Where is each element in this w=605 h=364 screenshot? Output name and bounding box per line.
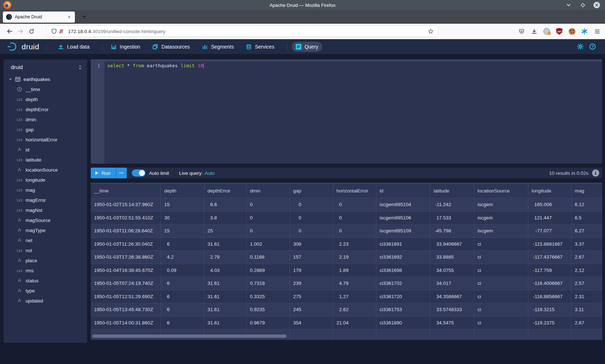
tab-close-icon[interactable]: ×: [66, 13, 73, 21]
results-cell[interactable]: 31.61: [204, 303, 247, 316]
results-cell[interactable]: 1950-01-03T02:51:55.410Z: [91, 211, 161, 224]
results-cell[interactable]: 34.3586667: [430, 290, 474, 303]
settings-gear-icon[interactable]: [577, 43, 584, 50]
url-bar[interactable]: 172.18.0.4:30109/unified-console.html#qu…: [47, 26, 438, 37]
results-cell[interactable]: 6.27: [572, 224, 602, 237]
browser-tab-apache-druid[interactable]: Apache Druid ×: [3, 12, 75, 23]
results-cell[interactable]: -117.759: [528, 264, 572, 277]
results-cell[interactable]: 0.09: [161, 264, 204, 277]
results-cell[interactable]: iscgem895109: [376, 224, 430, 237]
results-cell[interactable]: 2.67: [572, 317, 602, 329]
results-cell[interactable]: ci: [474, 290, 528, 303]
sidebar-column-magType[interactable]: AmagType: [4, 225, 87, 235]
results-cell[interactable]: 275: [290, 290, 333, 303]
results-cell[interactable]: 34.017: [430, 277, 474, 290]
results-cell[interactable]: -77.077: [528, 224, 572, 237]
results-cell[interactable]: -11.242: [430, 198, 474, 211]
auto-limit-toggle[interactable]: [132, 169, 145, 177]
results-cell[interactable]: -45.798: [430, 224, 474, 237]
results-cell[interactable]: 2.23: [333, 238, 376, 251]
results-cell[interactable]: 2.79: [204, 251, 247, 264]
pocket-icon[interactable]: [518, 28, 525, 35]
live-query[interactable]: Live query:Auto: [179, 170, 215, 176]
results-cell[interactable]: 1.002: [247, 238, 290, 251]
results-cell[interactable]: ci3361890: [376, 317, 430, 329]
nav-segments[interactable]: Segments: [198, 42, 238, 52]
results-cell[interactable]: 0.1168: [247, 251, 290, 264]
download-results-icon[interactable]: ↓: [592, 169, 599, 177]
results-cell[interactable]: 0: [290, 224, 333, 237]
results-cell[interactable]: 1.27: [333, 290, 376, 303]
sidebar-column-id[interactable]: Aid: [4, 145, 87, 155]
results-cell[interactable]: 4.03: [204, 264, 247, 277]
results-cell[interactable]: 0: [290, 211, 333, 224]
cookie-extension-icon[interactable]: [568, 28, 575, 35]
sidebar-column-net[interactable]: Anet: [4, 235, 87, 245]
sidebar-column-horizontalError[interactable]: 123horizontalError: [4, 135, 87, 145]
results-cell[interactable]: 354: [290, 317, 333, 329]
results-header-depth[interactable]: depth: [161, 184, 204, 198]
sql-code-line[interactable]: select * from earthquakes limit 10: [104, 62, 204, 164]
results-cell[interactable]: 1950-01-03T17:26:38.860Z: [91, 251, 161, 264]
results-cell[interactable]: 0.3325: [247, 290, 290, 303]
back-button[interactable]: [4, 26, 15, 37]
sidebar-column-magError[interactable]: 123magError: [4, 195, 87, 205]
results-cell[interactable]: 3.11: [572, 303, 602, 316]
results-cell[interactable]: 2.57: [572, 277, 602, 290]
results-cell[interactable]: -116.4006667: [528, 277, 572, 290]
results-cell[interactable]: 31.61: [204, 317, 247, 329]
horizontal-scrollbar-thumb[interactable]: [92, 335, 287, 338]
results-cell[interactable]: 21.04: [333, 317, 376, 329]
container-asterisk-icon[interactable]: [581, 28, 588, 35]
results-cell[interactable]: 165.006: [528, 198, 572, 211]
results-cell[interactable]: 17.533: [430, 211, 474, 224]
results-header-latitude[interactable]: latitude: [430, 184, 474, 198]
results-cell[interactable]: -117.4376667: [528, 251, 572, 264]
results-cell[interactable]: 15: [161, 224, 204, 237]
sort-icon[interactable]: [78, 65, 82, 70]
run-more-options-button[interactable]: •••: [116, 168, 127, 178]
results-cell[interactable]: 33.9406667: [430, 238, 474, 251]
help-icon[interactable]: ?: [590, 44, 596, 50]
results-cell[interactable]: 1950-01-04T16:38:45.670Z: [91, 264, 161, 277]
sidebar-column-locationSource[interactable]: AlocationSource: [4, 165, 87, 175]
results-cell[interactable]: ci3361691: [376, 238, 430, 251]
results-cell[interactable]: 2.67: [572, 251, 602, 264]
forward-button[interactable]: [15, 26, 26, 37]
results-header-depthError[interactable]: depthError: [204, 184, 247, 198]
sidebar-column-latitude[interactable]: 123latitude: [4, 155, 87, 165]
reload-button[interactable]: [26, 26, 37, 37]
sidebar-column-type[interactable]: Atype: [4, 286, 87, 296]
results-cell[interactable]: 6: [161, 317, 204, 329]
results-cell[interactable]: 0: [247, 211, 290, 224]
results-cell[interactable]: 179: [290, 264, 333, 277]
insecure-lock-icon[interactable]: [58, 28, 65, 35]
results-cell[interactable]: 2.19: [333, 251, 376, 264]
results-cell[interactable]: iscgem: [474, 224, 528, 237]
sidebar-column-__time[interactable]: __time: [4, 84, 87, 94]
results-cell[interactable]: 34.0755: [430, 264, 474, 277]
results-cell[interactable]: 0: [290, 198, 333, 211]
results-cell[interactable]: ci3361753: [376, 303, 430, 316]
results-cell[interactable]: 0.7318: [247, 277, 290, 290]
results-header-mag[interactable]: mag: [572, 184, 602, 198]
results-cell[interactable]: 0: [247, 198, 290, 211]
results-cell[interactable]: 25: [204, 224, 247, 237]
results-cell[interactable]: 6: [161, 290, 204, 303]
results-cell[interactable]: -119.3215: [528, 303, 572, 316]
results-cell[interactable]: 33.5748333: [430, 303, 474, 316]
results-cell[interactable]: ci: [474, 303, 528, 316]
results-header-locationSource[interactable]: locationSource: [474, 184, 528, 198]
run-button[interactable]: Run: [91, 168, 116, 178]
results-cell[interactable]: 245: [290, 303, 333, 316]
results-header-gap[interactable]: gap: [290, 184, 333, 198]
chevron-down-icon[interactable]: [9, 77, 12, 81]
results-cell[interactable]: 0.2889: [247, 264, 290, 277]
window-menu-chevron-icon[interactable]: [565, 2, 572, 8]
sidebar-column-magSource[interactable]: AmagSource: [4, 215, 87, 225]
results-cell[interactable]: 6: [161, 238, 204, 251]
results-cell[interactable]: 4.79: [333, 277, 376, 290]
results-cell[interactable]: 2.31: [572, 290, 602, 303]
results-cell[interactable]: 0: [333, 198, 376, 211]
downloads-icon[interactable]: [530, 28, 538, 35]
